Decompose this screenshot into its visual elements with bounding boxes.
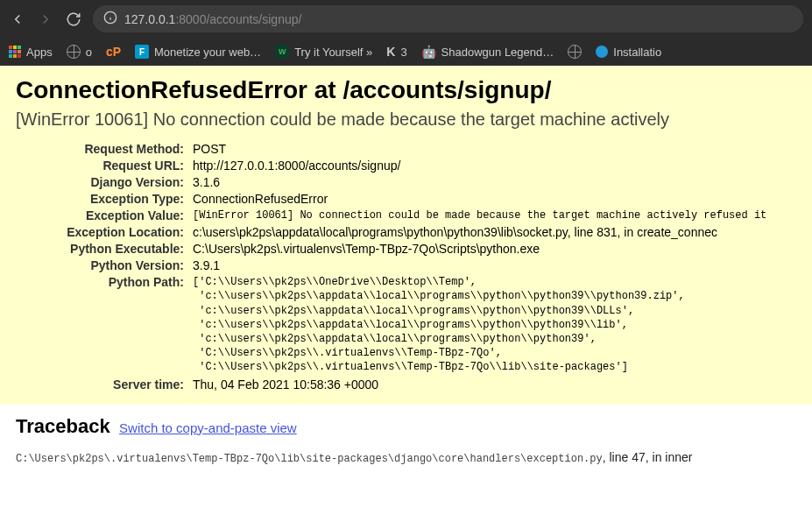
row-request-method: Request Method: POST [16, 142, 787, 156]
globe-icon [568, 45, 582, 59]
django-error-page: ConnectionRefusedError at /accounts/sign… [0, 66, 812, 405]
row-server-time: Server time: Thu, 04 Feb 2021 10:58:36 +… [16, 377, 787, 392]
row-python-executable: Python Executable: C:\Users\pk2ps\.virtu… [16, 242, 787, 256]
install-icon [596, 46, 608, 58]
bookmark-shadowgun[interactable]: 🤖 Shadowgun Legend… [421, 45, 554, 59]
row-exception-location: Exception Location: c:\users\pk2ps\appda… [16, 225, 787, 239]
error-subtitle: [WinError 10061] No connection could be … [16, 109, 796, 130]
traceback-frame: C:\Users\pk2ps\.virtualenvs\Temp-TBpz-7Q… [16, 450, 796, 465]
k-icon: K [386, 45, 395, 59]
error-title: ConnectionRefusedError at /accounts/sign… [16, 76, 796, 104]
browser-chrome: 127.0.0.1:8000/accounts/signup/ Apps o c… [0, 0, 812, 66]
row-python-path: Python Path: ['C:\\Users\\pk2ps\\OneDriv… [16, 275, 787, 374]
browser-toolbar: 127.0.0.1:8000/accounts/signup/ [0, 0, 812, 38]
w3schools-icon: W [275, 45, 289, 59]
bookmark-tryit[interactable]: W Try it Yourself » [275, 45, 372, 59]
row-django-version: Django Version: 3.1.6 [16, 175, 787, 189]
bookmark-apps[interactable]: Apps [9, 46, 53, 59]
android-icon: 🤖 [421, 45, 436, 59]
cp-icon: cP [106, 45, 121, 59]
row-exception-type: Exception Type: ConnectionRefusedError [16, 192, 787, 206]
traceback-header: Traceback [16, 415, 110, 437]
apps-icon [9, 46, 21, 58]
bookmark-three[interactable]: K 3 [386, 45, 406, 59]
flipboard-icon: F [135, 45, 149, 59]
bookmark-globe-empty[interactable] [568, 45, 582, 59]
globe-icon [67, 45, 81, 59]
url-text: 127.0.0.1:8000/accounts/signup/ [124, 12, 301, 26]
address-bar[interactable]: 127.0.0.1:8000/accounts/signup/ [93, 5, 803, 32]
bookmark-installatio[interactable]: Installatio [596, 46, 661, 59]
back-button[interactable] [9, 11, 26, 28]
error-info-table: Request Method: POST Request URL: http:/… [16, 142, 796, 392]
reload-button[interactable] [65, 11, 82, 28]
bookmarks-bar: Apps o cP F Monetize your web… W Try it … [0, 38, 812, 66]
row-request-url: Request URL: http://127.0.0.1:8000/accou… [16, 159, 787, 173]
traceback-switch-link[interactable]: Switch to copy-and-paste view [119, 420, 297, 435]
row-exception-value: Exception Value: [WinError 10061] No con… [16, 208, 787, 222]
row-python-version: Python Version: 3.9.1 [16, 258, 787, 272]
bookmark-o[interactable]: o [67, 45, 92, 59]
site-info-icon[interactable] [103, 11, 117, 27]
bookmark-monetize[interactable]: F Monetize your web… [135, 45, 261, 59]
traceback-section: Traceback Switch to copy-and-paste view … [0, 405, 812, 476]
forward-button[interactable] [37, 11, 54, 28]
bookmark-cp[interactable]: cP [106, 45, 121, 59]
